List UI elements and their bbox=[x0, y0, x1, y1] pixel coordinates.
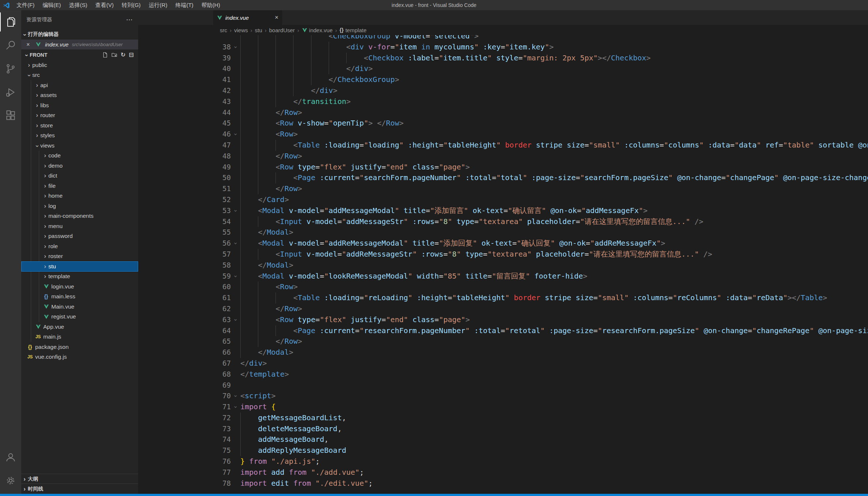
line-number[interactable]: 50 bbox=[138, 172, 231, 183]
line-number[interactable] bbox=[138, 35, 231, 42]
timeline-section[interactable]: › 时间线 bbox=[21, 484, 138, 494]
code-line-content[interactable]: </Modal> bbox=[240, 260, 868, 271]
code-line-48[interactable]: 48</Row> bbox=[138, 151, 868, 162]
code-line-46[interactable]: 46›<Row> bbox=[138, 129, 868, 140]
tree-item-Main.vue[interactable]: Main.vue bbox=[21, 302, 138, 312]
code-line-54[interactable]: 54<Input v-model="addMessageStr" :rows="… bbox=[138, 216, 868, 227]
line-number[interactable]: 40 bbox=[138, 63, 231, 74]
code-line-content[interactable]: </Row> bbox=[240, 336, 868, 347]
code-line-42[interactable]: 42</div> bbox=[138, 85, 868, 96]
menu-item-0[interactable]: 文件(F) bbox=[12, 0, 38, 10]
line-number[interactable]: 70 bbox=[138, 391, 231, 402]
code-line-content[interactable]: <Modal v-model="addMessageModal" title="… bbox=[240, 205, 868, 216]
code-line-content[interactable]: <Table :loading="loading" :height="table… bbox=[240, 140, 868, 151]
tree-item-views[interactable]: ›views bbox=[21, 141, 138, 151]
line-number[interactable]: 48 bbox=[138, 151, 231, 162]
code-line-69[interactable]: 69 bbox=[138, 380, 868, 391]
breadcrumb-template[interactable]: {}template bbox=[340, 27, 366, 33]
breadcrumb-index.vue[interactable]: index.vue bbox=[302, 27, 333, 33]
tree-item-password[interactable]: ›password bbox=[21, 231, 138, 242]
line-number[interactable]: 39 bbox=[138, 53, 231, 64]
activity-account[interactable] bbox=[0, 445, 21, 469]
line-number[interactable]: 43 bbox=[138, 96, 231, 107]
fold-chevron-icon[interactable]: › bbox=[231, 238, 240, 249]
code-line-52[interactable]: 52</Card> bbox=[138, 194, 868, 205]
tree-item-main.less[interactable]: {}main.less bbox=[21, 292, 138, 302]
tree-item-home[interactable]: ›home bbox=[21, 191, 138, 201]
code-line-content[interactable]: </div> bbox=[240, 63, 868, 74]
code-line-content[interactable]: import { bbox=[240, 402, 868, 413]
code-line-76[interactable]: 76} from "./api.js"; bbox=[138, 456, 868, 467]
open-editor-index-vue[interactable]: × index.vue src\views\stu\boardUser bbox=[21, 40, 138, 49]
tab-index-vue[interactable]: index.vue × bbox=[213, 10, 282, 25]
code-line-content[interactable]: addReplyMessageBoard bbox=[240, 445, 868, 456]
tree-item-package.json[interactable]: {}package.json bbox=[21, 342, 138, 352]
code-line-content[interactable]: </Modal> bbox=[240, 347, 868, 358]
tree-item-regist.vue[interactable]: regist.vue bbox=[21, 312, 138, 322]
line-number[interactable]: 42 bbox=[138, 85, 231, 96]
tree-item-roster[interactable]: ›roster bbox=[21, 251, 138, 262]
line-number[interactable]: 68 bbox=[138, 369, 231, 380]
tree-item-log[interactable]: ›log bbox=[21, 201, 138, 211]
code-line-content[interactable]: </div> bbox=[240, 85, 868, 96]
code-line-content[interactable]: <Modal v-model="lookReMessageModal" widt… bbox=[240, 271, 868, 282]
code-line-63[interactable]: 63›<Row type="flex" justify="end" class=… bbox=[138, 314, 868, 325]
new-file-icon[interactable] bbox=[102, 52, 108, 58]
close-icon[interactable]: × bbox=[275, 14, 278, 21]
activity-extensions[interactable] bbox=[0, 104, 21, 127]
tree-item-main.js[interactable]: JSmain.js bbox=[21, 332, 138, 342]
code-line-content[interactable]: </transition> bbox=[240, 96, 868, 107]
line-number[interactable]: 38 bbox=[138, 42, 231, 53]
fold-chevron-icon[interactable]: › bbox=[231, 205, 240, 216]
line-number[interactable]: 45 bbox=[138, 118, 231, 129]
code-line-content[interactable]: </div> bbox=[240, 358, 868, 369]
breadcrumb-views[interactable]: views bbox=[234, 27, 248, 33]
tree-item-dict[interactable]: ›dict bbox=[21, 171, 138, 181]
code-line-content[interactable]: <div v-for="item in mycolumns" :key="ite… bbox=[240, 42, 868, 53]
outline-section[interactable]: › 大纲 bbox=[21, 474, 138, 484]
collapse-all-icon[interactable]: ⊟ bbox=[129, 51, 134, 58]
fold-chevron-icon[interactable]: › bbox=[231, 314, 240, 325]
line-number[interactable]: 66 bbox=[138, 347, 231, 358]
workspace-root-front[interactable]: › FRONT ↻⊟ bbox=[21, 49, 138, 60]
code-editor[interactable]: <CheckboxGroup v-model="selected">38›<di… bbox=[138, 35, 868, 494]
line-number[interactable]: 69 bbox=[138, 380, 231, 391]
tree-item-main-components[interactable]: ›main-components bbox=[21, 211, 138, 221]
menu-item-1[interactable]: 编辑(E) bbox=[38, 0, 65, 10]
code-line-content[interactable]: </Row> bbox=[240, 107, 868, 118]
code-line-content[interactable]: <Input v-model="addMessageStr" :rows="8"… bbox=[240, 216, 868, 227]
code-line-content[interactable]: deleteMessageBoard, bbox=[240, 424, 868, 435]
new-folder-icon[interactable] bbox=[111, 52, 117, 58]
code-line-content[interactable]: import add from "./add.vue"; bbox=[240, 467, 868, 478]
code-line-59[interactable]: 59›<Modal v-model="lookReMessageModal" w… bbox=[138, 271, 868, 282]
code-line-partial[interactable]: <CheckboxGroup v-model="selected"> bbox=[138, 35, 868, 42]
tree-item-code[interactable]: ›code bbox=[21, 151, 138, 161]
code-line-content[interactable]: <Row type="flex" justify="end" class="pa… bbox=[240, 162, 868, 173]
tree-item-menu[interactable]: ›menu bbox=[21, 221, 138, 231]
code-line-content[interactable] bbox=[240, 380, 868, 391]
line-number[interactable]: 56 bbox=[138, 238, 231, 249]
code-line-content[interactable]: addMessageBoard, bbox=[240, 434, 868, 445]
menu-item-4[interactable]: 转到(G) bbox=[118, 0, 145, 10]
tree-item-vue.config.js[interactable]: JSvue.config.js bbox=[21, 352, 138, 362]
line-number[interactable]: 75 bbox=[138, 445, 231, 456]
code-line-content[interactable]: <Checkbox :label="item.title" style="mar… bbox=[240, 53, 868, 64]
code-line-74[interactable]: 74addMessageBoard, bbox=[138, 434, 868, 445]
activity-run-debug[interactable] bbox=[0, 81, 21, 104]
code-line-60[interactable]: 60<Row> bbox=[138, 281, 868, 292]
tree-item-App.vue[interactable]: App.vue bbox=[21, 322, 138, 332]
activity-search[interactable] bbox=[0, 34, 21, 57]
line-number[interactable]: 51 bbox=[138, 183, 231, 194]
code-line-44[interactable]: 44</Row> bbox=[138, 107, 868, 118]
menu-item-2[interactable]: 选择(S) bbox=[65, 0, 91, 10]
line-number[interactable]: 64 bbox=[138, 325, 231, 336]
code-line-62[interactable]: 62</Row> bbox=[138, 303, 868, 314]
line-number[interactable]: 77 bbox=[138, 467, 231, 478]
menu-item-5[interactable]: 运行(R) bbox=[145, 0, 171, 10]
code-line-content[interactable]: <Table :loading="reLoading" :height="tab… bbox=[240, 292, 868, 303]
code-line-75[interactable]: 75addReplyMessageBoard bbox=[138, 445, 868, 456]
code-line-64[interactable]: 64<Page :current="researchForm.pageNumbe… bbox=[138, 325, 868, 336]
code-line-40[interactable]: 40</div> bbox=[138, 63, 868, 74]
breadcrumb-boardUser[interactable]: boardUser bbox=[269, 27, 295, 33]
code-line-content[interactable]: </template> bbox=[240, 369, 868, 380]
